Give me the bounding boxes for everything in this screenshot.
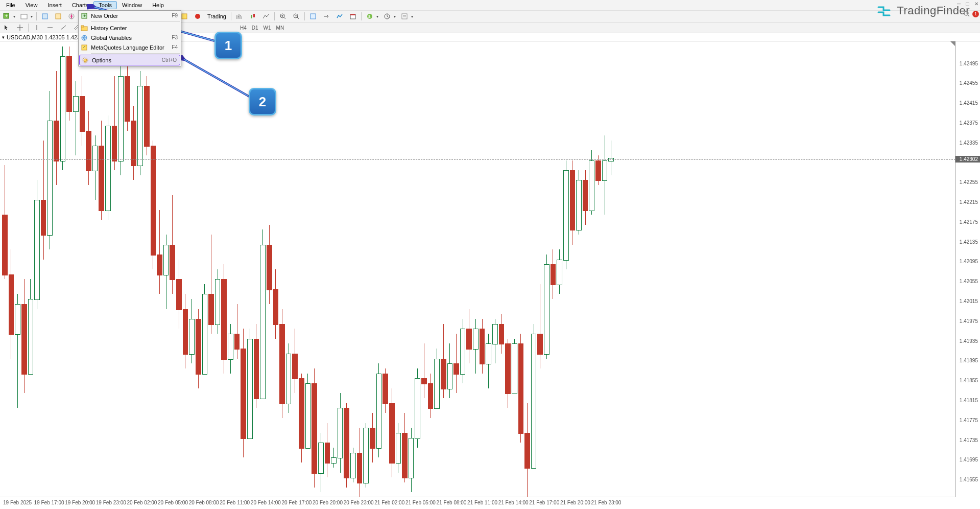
menu-insert[interactable]: Insert [42, 1, 67, 9]
yaxis-label: 1.41975 [960, 318, 978, 324]
folder-icon [80, 24, 89, 32]
yaxis-label: 1.42015 [960, 298, 978, 304]
maximize-icon[interactable]: □ [965, 1, 970, 6]
svg-rect-23 [402, 14, 407, 19]
crosshair-icon[interactable] [14, 22, 26, 33]
period-icon[interactable] [381, 11, 393, 22]
menu-item-global-variables[interactable]: Global VariablesF3 [79, 33, 181, 42]
candle [396, 41, 401, 497]
candle [595, 41, 601, 497]
hline-icon[interactable] [44, 22, 56, 33]
candle [279, 41, 285, 497]
xaxis-label: 20 Feb 14:00 [251, 500, 281, 505]
xaxis-label: 19 Feb 20:00 [65, 500, 95, 505]
chart-area[interactable]: 1.424951.424551.424151.423751.423351.422… [0, 41, 980, 506]
chart-shift-icon[interactable] [320, 11, 332, 22]
edit-icon [80, 43, 89, 52]
market-watch-icon[interactable] [39, 11, 51, 22]
candle [221, 41, 227, 497]
candle [196, 41, 201, 497]
new-chart-icon[interactable]: + [1, 11, 13, 22]
dropdown-icon[interactable]: ▾ [376, 14, 380, 19]
candle [208, 41, 214, 497]
notification-badge[interactable]: 1 [972, 11, 979, 17]
candle [434, 41, 440, 497]
candle [544, 41, 549, 497]
dropdown-icon[interactable]: ▾ [31, 14, 35, 19]
menu-item-label: Global Variables [91, 35, 172, 41]
bar-chart-icon[interactable] [233, 11, 246, 22]
menu-item-history-center[interactable]: History Center [79, 23, 181, 33]
profiles-icon[interactable] [18, 11, 30, 22]
vline-icon[interactable] [31, 22, 43, 33]
autotrading-label[interactable]: Trading [204, 13, 229, 19]
menu-item-new-order[interactable]: +New OrderF9 [79, 11, 181, 20]
yaxis-label: 1.42335 [960, 140, 978, 146]
dropdown-icon[interactable]: ▾ [411, 14, 415, 19]
callout-badge-1: 1 [214, 32, 242, 59]
menu-help[interactable]: Help [147, 1, 169, 9]
candle [286, 41, 292, 497]
autotrading-icon[interactable] [192, 11, 204, 22]
chart-dropdown-icon[interactable]: ▾ [2, 35, 5, 40]
candle-chart-icon[interactable] [247, 11, 259, 22]
current-price-tag: 1.42302 [955, 156, 980, 163]
trendline-icon[interactable] [57, 22, 69, 33]
minimize-icon[interactable]: ─ [956, 1, 962, 6]
dropdown-icon[interactable]: ▾ [394, 14, 398, 19]
candle [80, 41, 85, 497]
template-icon[interactable] [398, 11, 411, 22]
candle [189, 41, 195, 497]
candle [112, 41, 117, 497]
zoom-in-icon[interactable] [277, 11, 289, 22]
candle [9, 41, 14, 497]
navigator-icon[interactable] [65, 11, 78, 22]
timeframe-w1[interactable]: W1 [261, 24, 273, 32]
xaxis-label: 21 Feb 08:00 [436, 500, 466, 505]
dropdown-icon[interactable]: ▾ [13, 14, 17, 19]
timeframe-d1[interactable]: D1 [250, 24, 260, 32]
menu-file[interactable]: File [1, 1, 20, 9]
templates-icon[interactable]: $ [364, 11, 376, 22]
candle [215, 41, 221, 497]
timeframe-h4[interactable]: H4 [238, 24, 249, 32]
candle [15, 41, 20, 497]
cursor-icon[interactable] [1, 22, 13, 33]
candle [47, 41, 53, 497]
close-icon[interactable]: ✕ [973, 1, 979, 6]
periodicity-icon[interactable] [347, 11, 359, 22]
candle [86, 41, 91, 497]
candle [499, 41, 505, 497]
candle [118, 41, 124, 497]
candlestick-plot[interactable] [0, 41, 955, 497]
candle [370, 41, 375, 497]
indicators-icon[interactable] [333, 11, 346, 22]
data-window-icon[interactable] [52, 11, 64, 22]
candle [137, 41, 143, 497]
menu-view[interactable]: View [20, 1, 43, 9]
menu-item-options[interactable]: OptionsCtrl+O [79, 55, 180, 65]
candle [583, 41, 588, 497]
menu-tools[interactable]: Tools [93, 1, 117, 9]
zoom-out-icon[interactable] [290, 11, 302, 22]
auto-scroll-icon[interactable] [307, 11, 319, 22]
menu-item-shortcut: F4 [172, 44, 178, 50]
menu-charts[interactable]: Charts [67, 1, 93, 9]
line-chart-icon[interactable] [260, 11, 272, 22]
xaxis-label: 20 Feb 08:00 [189, 500, 219, 505]
xaxis-label: 20 Feb 11:00 [220, 500, 250, 505]
svg-text:+: + [83, 13, 86, 18]
timeframe-mn[interactable]: MN [274, 24, 286, 32]
menu-window[interactable]: Window [117, 1, 147, 9]
svg-rect-3 [42, 14, 47, 19]
menu-item-metaquotes-language-editor[interactable]: MetaQuotes Language EditorF4 [79, 42, 181, 52]
separator [361, 12, 362, 20]
candle [466, 41, 472, 497]
candle [531, 41, 537, 497]
search-icon[interactable] [963, 10, 970, 17]
candle [21, 41, 27, 497]
candle [357, 41, 363, 497]
menu-item-label: History Center [91, 25, 178, 31]
xaxis-label: 21 Feb 20:00 [560, 500, 590, 505]
candle [480, 41, 485, 497]
